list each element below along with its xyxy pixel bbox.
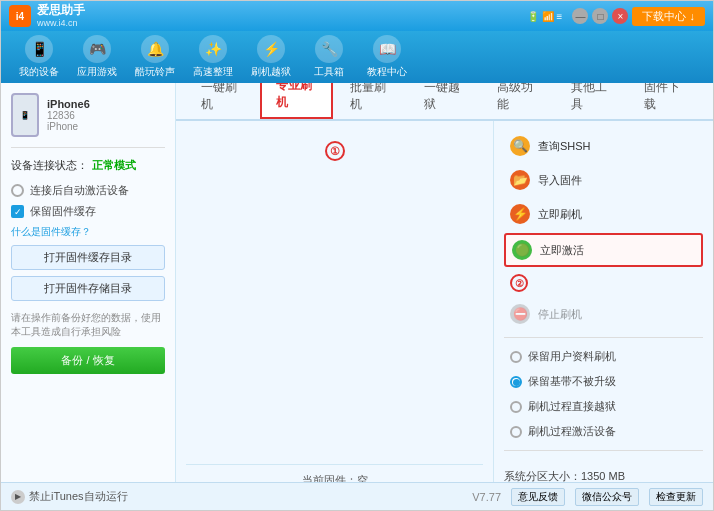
option-panel: 🔍 查询SHSH 📂 导入固件 ⚡ 立即刷机 🟢: [493, 121, 713, 482]
open-firmware-cache-btn[interactable]: 打开固件缓存目录: [11, 245, 165, 270]
tab-one-jailbreak[interactable]: 一键越狱: [409, 83, 481, 119]
keep-firmware-label: 保留固件缓存: [30, 204, 96, 219]
nav-tutorial-label: 教程中心: [367, 65, 407, 79]
option-divider-1: [504, 337, 703, 338]
keep-firmware-option[interactable]: ✓ 保留固件缓存: [11, 204, 165, 219]
nav-tutorial[interactable]: 📖 教程中心: [359, 31, 415, 83]
activate-now-icon: 🟢: [512, 240, 532, 260]
remote-device-label: 刷机过程激活设备: [528, 424, 616, 439]
open-firmware-storage-btn[interactable]: 打开固件存储目录: [11, 276, 165, 301]
status-label: 设备连接状态：: [11, 158, 88, 173]
flash-icon: ⚡: [257, 35, 285, 63]
remote-connect-label: 刷机过程直接越狱: [528, 399, 616, 414]
nav-tools[interactable]: 🔧 工具箱: [301, 31, 357, 83]
app-window: i4 爱思助手 www.i4.cn 🔋 📶 ≡ — □ × 下载中心 ↓ 📱 我…: [0, 0, 714, 511]
device-status-row: 设备连接状态： 正常模式: [11, 158, 165, 173]
check-update-button[interactable]: 检查更新: [649, 488, 703, 506]
itunes-label: 禁止iTunes自动运行: [29, 489, 128, 504]
nav-clean[interactable]: ✨ 高速整理: [185, 31, 241, 83]
step-one-circle: ①: [325, 141, 345, 161]
remote-connect-radio[interactable]: [510, 401, 522, 413]
app-store-icon: 🎮: [83, 35, 111, 63]
close-button[interactable]: ×: [612, 8, 628, 24]
activate-now-item[interactable]: 🟢 立即激活: [504, 233, 703, 267]
tab-other-tools[interactable]: 其他工具: [556, 83, 628, 119]
ringtone-icon: 🔔: [141, 35, 169, 63]
no-upgrade-radio-row[interactable]: 保留基带不被升级: [504, 371, 703, 392]
auto-activate-label: 连接后自动激活设备: [30, 183, 129, 198]
auto-activate-option[interactable]: 连接后自动激活设备: [11, 183, 165, 198]
remote-device-radio[interactable]: [510, 426, 522, 438]
activate-now-label: 立即激活: [540, 243, 584, 258]
firmware-row: 当前固件：空: [186, 464, 483, 482]
partition-label: 系统分区大小：1350 MB: [504, 469, 703, 482]
stop-flash-icon: ⛔: [510, 304, 530, 324]
feedback-button[interactable]: 意见反馈: [511, 488, 565, 506]
tab-pro-flash[interactable]: 专业刷机: [260, 83, 334, 119]
title-bar: i4 爱思助手 www.i4.cn 🔋 📶 ≡ — □ × 下载中心 ↓: [1, 1, 713, 31]
tools-icon: 🔧: [315, 35, 343, 63]
nav-flash-label: 刷机越狱: [251, 65, 291, 79]
partition-section: 系统分区大小：1350 MB: [504, 459, 703, 482]
wechat-button[interactable]: 微信公众号: [575, 488, 639, 506]
stop-flash-label: 停止刷机: [538, 307, 582, 322]
content-area: 一键刷机 专业刷机 批量刷机 一键越狱 高级功能 其他工具 固件下载 ① 当前固…: [176, 83, 713, 482]
import-firmware-item[interactable]: 📂 导入固件: [504, 165, 703, 195]
flash-now-label: 立即刷机: [538, 207, 582, 222]
logo-icon: i4: [9, 5, 31, 27]
nav-ringtone[interactable]: 🔔 酷玩铃声: [127, 31, 183, 83]
download-center-button[interactable]: 下载中心 ↓: [632, 7, 705, 26]
backup-restore-button[interactable]: 备份 / 恢复: [11, 347, 165, 374]
keep-data-label: 保留用户资料刷机: [528, 349, 616, 364]
auto-activate-radio[interactable]: [11, 184, 24, 197]
sidebar: 📱 iPhone6 12836 iPhone 设备连接状态： 正常模式 连接后自…: [1, 83, 176, 482]
app-url: www.i4.cn: [37, 18, 85, 29]
device-name: iPhone6: [47, 98, 90, 110]
itunes-toggle[interactable]: ▶ 禁止iTunes自动运行: [11, 489, 128, 504]
nav-clean-label: 高速整理: [193, 65, 233, 79]
device-number: 12836: [47, 110, 90, 121]
stop-flash-item[interactable]: ⛔ 停止刷机: [504, 299, 703, 329]
nav-flash[interactable]: ⚡ 刷机越狱: [243, 31, 299, 83]
no-upgrade-radio[interactable]: [510, 376, 522, 388]
nav-my-device[interactable]: 📱 我的设备: [11, 31, 67, 83]
status-value: 正常模式: [92, 158, 136, 173]
keep-data-radio-row[interactable]: 保留用户资料刷机: [504, 346, 703, 367]
nav-app-store-label: 应用游戏: [77, 65, 117, 79]
tutorial-icon: 📖: [373, 35, 401, 63]
tab-batch-flash[interactable]: 批量刷机: [335, 83, 407, 119]
tab-one-key-flash[interactable]: 一键刷机: [186, 83, 258, 119]
import-firmware-label: 导入固件: [538, 173, 582, 188]
keep-firmware-checkbox[interactable]: ✓: [11, 205, 24, 218]
right-panel: ① 当前固件：空 🔍 查询SHSH 📂 导入固件: [176, 121, 713, 482]
center-panel: ① 当前固件：空: [176, 121, 493, 482]
nav-tools-label: 工具箱: [314, 65, 344, 79]
tab-firmware-dl[interactable]: 固件下载: [629, 83, 701, 119]
keep-data-radio[interactable]: [510, 351, 522, 363]
remote-device-radio-row[interactable]: 刷机过程激活设备: [504, 421, 703, 442]
device-type: iPhone: [47, 121, 90, 132]
app-name: 爱思助手: [37, 3, 85, 17]
check-shsh-icon: 🔍: [510, 136, 530, 156]
status-bar: ▶ 禁止iTunes自动运行 V7.77 意见反馈 微信公众号 检查更新: [1, 482, 713, 510]
title-right: 🔋 📶 ≡ — □ × 下载中心 ↓: [527, 7, 705, 26]
step-two-circle: ②: [510, 274, 528, 292]
title-left: i4 爱思助手 www.i4.cn: [9, 3, 85, 28]
nav-ringtone-label: 酷玩铃声: [135, 65, 175, 79]
my-device-icon: 📱: [25, 35, 53, 63]
nav-app-store[interactable]: 🎮 应用游戏: [69, 31, 125, 83]
tab-bar: 一键刷机 专业刷机 批量刷机 一键越狱 高级功能 其他工具 固件下载: [176, 83, 713, 121]
minimize-button[interactable]: —: [572, 8, 588, 24]
warning-text: 请在操作前备份好您的数据，使用本工具造成自行承担风险: [11, 311, 165, 339]
tray-icons: 🔋 📶 ≡: [527, 11, 562, 22]
check-shsh-item[interactable]: 🔍 查询SHSH: [504, 131, 703, 161]
clean-icon: ✨: [199, 35, 227, 63]
import-firmware-icon: 📂: [510, 170, 530, 190]
firmware-link[interactable]: 什么是固件缓存？: [11, 225, 165, 239]
version-text: V7.77: [472, 491, 501, 503]
tab-high-perf[interactable]: 高级功能: [482, 83, 554, 119]
flash-now-item[interactable]: ⚡ 立即刷机: [504, 199, 703, 229]
maximize-button[interactable]: □: [592, 8, 608, 24]
flash-now-icon: ⚡: [510, 204, 530, 224]
remote-connect-radio-row[interactable]: 刷机过程直接越狱: [504, 396, 703, 417]
